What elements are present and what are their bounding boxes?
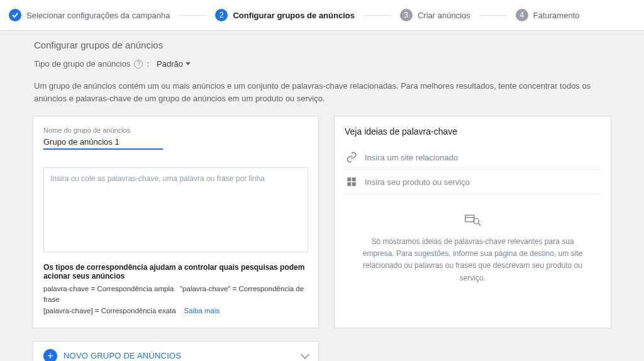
link-icon <box>346 152 357 163</box>
check-icon <box>9 9 21 21</box>
step-2-label: Configurar grupos de anúncios <box>233 11 355 20</box>
product-service-row[interactable]: Insira seu produto ou serviço <box>345 170 601 194</box>
related-site-placeholder: Insira um site relacionado <box>365 153 458 162</box>
chevron-down-icon <box>301 350 309 359</box>
learn-more-link[interactable]: Saiba mais <box>184 307 219 314</box>
step-2-number: 2 <box>215 9 228 21</box>
step-divider <box>479 15 507 16</box>
svg-line-7 <box>478 223 480 225</box>
step-3-label: Criar anúncios <box>418 11 470 20</box>
page-title: Configurar grupos de anúncios <box>34 40 611 50</box>
new-adgroup-label: NOVO GRUPO DE ANÚNCIOS <box>64 351 181 360</box>
related-site-row[interactable]: Insira um site relacionado <box>345 145 601 170</box>
adgroup-type-value: Padrão <box>157 59 183 69</box>
svg-rect-4 <box>465 215 474 221</box>
svg-rect-3 <box>352 182 356 186</box>
step-1-label: Selecionar configurações da campanha <box>26 11 170 20</box>
help-icon[interactable]: ? <box>134 60 143 69</box>
step-4-number: 4 <box>516 9 528 21</box>
match-types-heading: Os tipos de correspondência ajudam a con… <box>43 263 308 280</box>
grid-icon <box>346 176 357 187</box>
svg-rect-2 <box>347 182 351 186</box>
adgroup-type-dropdown[interactable]: Padrão <box>157 59 191 69</box>
keyword-ideas-title: Veja ideias de palavra-chave <box>345 126 601 136</box>
match-types-text: palavra-chave = Correspondência ampla "p… <box>43 285 306 314</box>
step-3[interactable]: 3 Criar anúncios <box>400 9 470 21</box>
adgroup-name-input[interactable] <box>43 135 163 150</box>
caret-down-icon <box>186 62 191 65</box>
ideas-empty-state: Só mostramos ideias de palavras-chave re… <box>345 201 601 291</box>
step-3-number: 3 <box>400 9 413 21</box>
match-types-body: palavra-chave = Correspondência ampla "p… <box>43 284 308 316</box>
plus-icon: + <box>43 349 57 361</box>
step-4[interactable]: 4 Faturamento <box>516 9 580 21</box>
svg-rect-1 <box>352 177 356 181</box>
step-4-label: Faturamento <box>533 11 580 20</box>
product-service-placeholder: Insira seu produto ou serviço <box>365 177 470 187</box>
intro-paragraph: Um grupo de anúncios contém um ou mais a… <box>34 80 611 104</box>
adgroup-type-label: Tipo de grupo de anúncios <box>34 59 130 69</box>
progress-stepper: Selecionar configurações da campanha 2 C… <box>0 0 644 31</box>
adgroup-type-row: Tipo de grupo de anúncios ? : Padrão <box>34 59 611 69</box>
keyword-ideas-card: Veja ideias de palavra-chave Insira um s… <box>334 116 611 328</box>
svg-rect-0 <box>347 177 351 181</box>
keywords-textarea[interactable] <box>43 167 308 252</box>
search-ideas-icon <box>362 213 583 227</box>
new-adgroup-button[interactable]: + NOVO GRUPO DE ANÚNCIOS <box>33 341 319 361</box>
step-divider <box>179 15 206 16</box>
adgroup-name-label: Nome do grupo de anúncios <box>43 126 308 134</box>
step-2[interactable]: 2 Configurar grupos de anúncios <box>215 9 355 21</box>
step-divider <box>364 15 391 16</box>
step-1[interactable]: Selecionar configurações da campanha <box>9 9 170 21</box>
ideas-empty-text: Só mostramos ideias de palavras-chave re… <box>362 236 583 284</box>
adgroup-card: Nome do grupo de anúncios Os tipos de co… <box>33 116 319 328</box>
adgroup-type-colon: : <box>147 59 149 69</box>
